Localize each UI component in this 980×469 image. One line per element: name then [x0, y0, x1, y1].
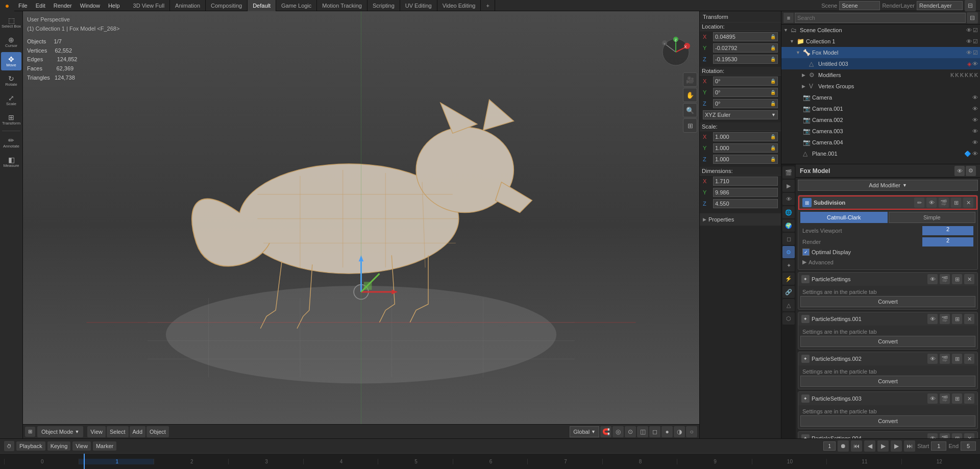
properties-toggle[interactable]: ▶ Properties [700, 213, 781, 226]
prop-modifier-icon[interactable]: ⚙ [782, 246, 795, 258]
sub-expanded-icon[interactable]: ⊞ [951, 198, 961, 208]
ps3-expand[interactable]: ⊞ [952, 393, 962, 404]
ps2-close[interactable]: ✕ [964, 354, 974, 364]
outliner-item-modifiers[interactable]: ▶ ⚙ Modifiers K K K K K K [781, 69, 980, 81]
add-btn[interactable]: Add [130, 426, 146, 437]
tab-scripting[interactable]: Scripting [368, 0, 400, 11]
prop-render-icon[interactable]: 🎬 [782, 166, 795, 179]
menu-help[interactable]: Help [104, 0, 124, 11]
shading-solid[interactable]: ● [662, 426, 673, 437]
prop-physics-icon[interactable]: ⚡ [782, 273, 795, 285]
scale-y-input[interactable]: 1.000 🔒 [713, 143, 778, 153]
rotation-x-input[interactable]: 0° 🔒 [713, 77, 778, 86]
outliner-item-camera[interactable]: 📷 Camera 👁 [781, 92, 980, 103]
menu-edit[interactable]: Edit [32, 0, 50, 11]
scale-z-input[interactable]: 1.000 🔒 [713, 155, 778, 164]
ps0-render[interactable]: 🎬 [940, 274, 950, 284]
particle-2-convert[interactable]: Convert [800, 376, 975, 387]
outliner-item-collection1[interactable]: ▼ 📁 Collection 1 👁 ☑ [781, 36, 980, 47]
vis-plane-icon[interactable]: 🔷 [964, 151, 971, 157]
snap-icon[interactable]: 🧲 [600, 426, 611, 437]
transform-section-header[interactable]: Transform [700, 11, 781, 22]
particle-0-convert[interactable]: Convert [800, 296, 975, 307]
outliner-item-vertex-groups[interactable]: ▶ V Vertex Groups [781, 81, 980, 92]
vis-eye-u[interactable]: 👁 [972, 61, 978, 67]
tab-compositing[interactable]: Compositing [206, 0, 248, 11]
tab-default[interactable]: Default [248, 0, 276, 11]
vis-eye[interactable]: 👁 [966, 27, 972, 34]
mod-k3[interactable]: K [960, 72, 964, 78]
mod-k1[interactable]: K [950, 72, 954, 78]
blender-logo[interactable]: ● [0, 0, 14, 11]
global-selector[interactable]: Global ▼ [570, 426, 599, 437]
outliner-item-untitled003[interactable]: △ Untitled 003 ◈ 👁 [781, 58, 980, 69]
vis-eye-cam3[interactable]: 👁 [972, 128, 978, 134]
ps2-eye[interactable]: 👁 [927, 354, 938, 364]
outliner-item-camera002[interactable]: 📷 Camera.002 👁 [781, 114, 980, 126]
rotation-y-input[interactable]: 0° 🔒 [713, 88, 778, 97]
timeline-prev-frame[interactable]: ◀ [864, 440, 875, 452]
outliner-header-icon[interactable]: ≡ [783, 13, 794, 23]
ps4-render[interactable]: 🎬 [940, 433, 950, 438]
keying-btn[interactable]: Keying [47, 441, 71, 451]
vis-eye-cam[interactable]: 👁 [972, 94, 978, 101]
mod-k2[interactable]: K [955, 72, 959, 78]
vis-check[interactable]: ☑ [973, 27, 978, 34]
render-layer-selector[interactable]: RenderLayer [917, 1, 963, 10]
viewport-header-icon[interactable]: ⊞ [25, 427, 35, 437]
outliner-search[interactable] [795, 13, 966, 23]
shading-material[interactable]: ◑ [674, 426, 685, 437]
add-modifier-btn[interactable]: Add Modifier ▼ [798, 180, 978, 191]
view-zoom-btn[interactable]: 🔍 [683, 103, 697, 117]
catmull-clark-btn[interactable]: Catmull-Clark [800, 212, 888, 223]
location-y-input[interactable]: -0.02792 🔒 [713, 43, 778, 53]
select-btn[interactable]: Select [107, 426, 129, 437]
outliner-item-camera001[interactable]: 📷 Camera.001 👁 [781, 103, 980, 114]
ps1-eye[interactable]: 👁 [927, 314, 938, 324]
xray-icon[interactable]: ◫ [637, 426, 648, 437]
location-z-input[interactable]: -0.19530 🔒 [713, 55, 778, 64]
levels-viewport-value[interactable]: 2 [922, 226, 973, 235]
shading-wireframe[interactable]: ◻ [649, 426, 660, 437]
prop-materials-icon[interactable]: ⬡ [782, 312, 795, 325]
vis-eye-fox[interactable]: 👁 [966, 50, 972, 56]
frame-display[interactable]: 1 [828, 443, 831, 449]
location-x-input[interactable]: 0.04895 🔒 [713, 32, 778, 41]
ps1-close[interactable]: ✕ [964, 314, 974, 324]
timeline-play[interactable]: ▶ [877, 440, 889, 452]
sub-realtime-icon[interactable]: 👁 [926, 198, 937, 208]
tool-move[interactable]: ✥ Move [1, 52, 21, 70]
tool-measure[interactable]: ◧ Measure [1, 153, 21, 171]
dim-z-input[interactable]: 4.550 [713, 199, 778, 208]
dim-x-input[interactable]: 1.710 [713, 177, 778, 186]
modifier-settings-btn[interactable]: ⚙ [966, 166, 976, 176]
prop-view-icon[interactable]: 👁 [782, 193, 795, 205]
view-menu-btn[interactable]: View [72, 441, 91, 451]
tab-motion-tracking[interactable]: Motion Tracking [317, 0, 368, 11]
proportional-icon[interactable]: ◎ [612, 426, 624, 437]
menu-render[interactable]: Render [50, 0, 76, 11]
start-frame-input[interactable]: 1 [931, 441, 946, 451]
view-btn[interactable]: View [87, 426, 106, 437]
tab-game-logic[interactable]: Game Logic [276, 0, 317, 11]
prop-scene-icon[interactable]: 🌐 [782, 206, 795, 218]
overlay-icon[interactable]: ⊙ [625, 426, 636, 437]
scene-selector[interactable]: Scene [839, 1, 880, 10]
modifier-eye-btn[interactable]: 👁 [954, 166, 965, 176]
outliner-filter-icon[interactable]: ⊟ [967, 12, 978, 23]
outliner-item-plane001[interactable]: △ Plane.001 🔷 👁 [781, 148, 980, 159]
tick-1[interactable]: 1 [79, 459, 153, 464]
outliner-item-camera003[interactable]: 📷 Camera.003 👁 [781, 126, 980, 137]
ps3-close[interactable]: ✕ [964, 393, 974, 404]
vis-eye-plane[interactable]: 👁 [972, 151, 978, 157]
optimal-display-checkbox[interactable]: ✓ [802, 249, 810, 256]
vis-eye-cam2[interactable]: 👁 [972, 117, 978, 123]
prop-world-icon[interactable]: 🌍 [782, 219, 795, 232]
nav-gizmo[interactable]: X Y Z [660, 37, 691, 67]
ps3-render[interactable]: 🎬 [940, 393, 950, 404]
view-hand-btn[interactable]: ✋ [683, 88, 697, 102]
render-value[interactable]: 2 [922, 237, 973, 246]
tool-transform[interactable]: ⊞ Transform [1, 110, 21, 129]
particle-1-convert[interactable]: Convert [800, 336, 975, 347]
tab-3d-view-full[interactable]: 3D View Full [128, 0, 170, 11]
